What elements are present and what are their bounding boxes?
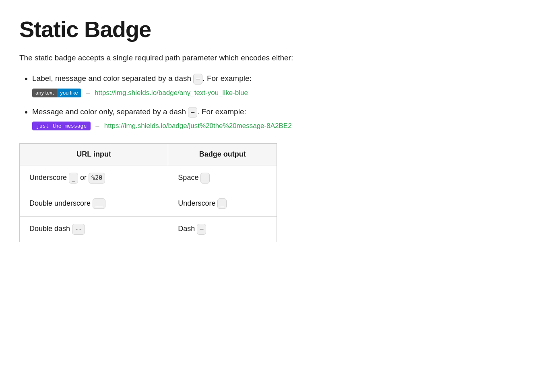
- table-header-row: URL input Badge output: [20, 144, 277, 165]
- table-header-badge: Badge output: [168, 144, 277, 165]
- table-row-1: Underscore _ or %20 Space: [20, 165, 277, 191]
- output-text-3: Dash: [178, 225, 197, 233]
- intro-text: The static badge accepts a single requir…: [19, 54, 343, 62]
- badge-label-1: any text: [32, 89, 57, 97]
- url-text-1: Underscore: [29, 173, 69, 182]
- table-cell-url-1: Underscore _ or %20: [20, 165, 168, 191]
- url-code-3: --: [72, 224, 85, 235]
- badge-message-1: you like: [57, 89, 81, 97]
- url-code-2: __: [93, 198, 105, 209]
- table-cell-url-3: Double dash --: [20, 217, 168, 242]
- bullet1-text: Label, message and color separated by a …: [32, 74, 252, 83]
- url-code-1a: _: [69, 173, 78, 184]
- badge-link-2[interactable]: https://img.shields.io/badge/just%20the%…: [104, 122, 292, 130]
- dash-code-2: –: [188, 107, 197, 118]
- page-title: Static Badge: [19, 16, 343, 42]
- list-item-1: Label, message and color separated by a …: [32, 74, 343, 97]
- table-cell-badge-3: Dash –: [168, 217, 277, 242]
- table-header-url: URL input: [20, 144, 168, 165]
- table-cell-badge-2: Underscore _: [168, 191, 277, 217]
- bullet2-text: Message and color only, separated by a d…: [32, 107, 246, 116]
- badge-example-1: any text you like: [32, 89, 81, 97]
- mapping-table: URL input Badge output Underscore _ or %…: [19, 143, 277, 242]
- output-text-2: Underscore: [178, 199, 217, 207]
- dash-code-1: –: [193, 74, 202, 85]
- badge-link-1[interactable]: https://img.shields.io/badge/any_text-yo…: [95, 89, 248, 97]
- dash-separator-2: –: [95, 122, 99, 130]
- badge-example-2: just the message: [32, 122, 91, 130]
- feature-list: Label, message and color separated by a …: [19, 74, 343, 130]
- badge-row-1: any text you like – https://img.shields.…: [32, 89, 343, 97]
- table-row-3: Double dash -- Dash –: [20, 217, 277, 242]
- output-text-1: Space: [178, 173, 200, 182]
- list-item-2: Message and color only, separated by a d…: [32, 107, 343, 131]
- output-code-1: [200, 173, 210, 184]
- dash-separator-1: –: [86, 89, 90, 97]
- table-row-2: Double underscore __ Underscore _: [20, 191, 277, 217]
- url-code-1b: %20: [89, 173, 105, 184]
- table-cell-badge-1: Space: [168, 165, 277, 191]
- table-cell-url-2: Double underscore __: [20, 191, 168, 217]
- badge-row-2: just the message – https://img.shields.i…: [32, 122, 343, 130]
- url-text-3: Double dash: [29, 225, 72, 233]
- url-text-2: Double underscore: [29, 199, 93, 207]
- output-code-3: –: [197, 224, 206, 235]
- output-code-2: _: [217, 198, 227, 209]
- url-connector-1: or: [80, 173, 89, 182]
